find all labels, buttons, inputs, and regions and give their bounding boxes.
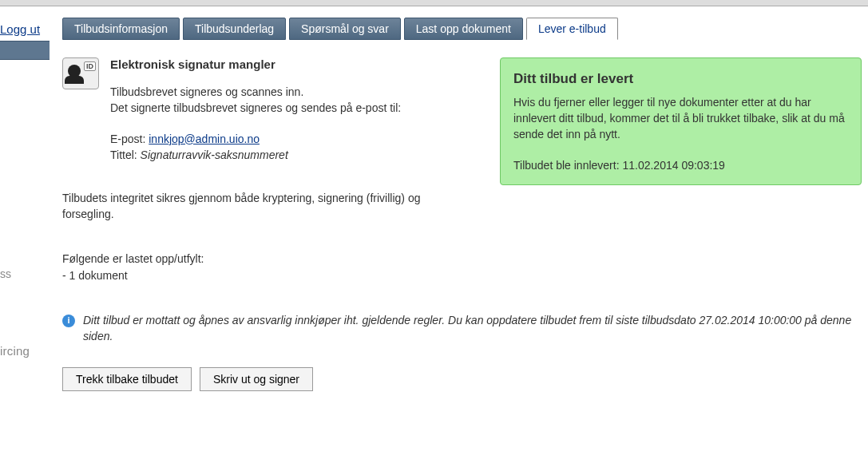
title-value: Signaturravvik-saksnummeret (141, 148, 288, 161)
uploaded-item: - 1 dokument (62, 267, 862, 283)
integrity-note: Tilbudets integritet sikres gjennom både… (62, 190, 430, 223)
email-label: E-post: (110, 133, 145, 145)
signature-instruction-2: Det signerte tilbudsbrevet signeres og s… (110, 100, 401, 116)
window-top-strip (0, 0, 868, 6)
sidebar-fragment-text-1: ss (0, 267, 50, 280)
info-note: Ditt tilbud er mottatt og åpnes av ansva… (83, 312, 862, 345)
status-timestamp: Tilbudet ble innlevert: 11.02.2014 09:03… (513, 157, 848, 173)
info-icon: i (62, 315, 75, 327)
tab-tilbudsunderlag[interactable]: Tilbudsunderlag (183, 18, 286, 40)
signature-heading: Elektronisk signatur mangler (110, 57, 401, 71)
title-label: Tittel: (110, 148, 141, 161)
sidebar-fragment-text-2: ircing (0, 344, 50, 358)
tab-last-opp-dokument[interactable]: Last opp dokument (404, 18, 523, 40)
status-body: Hvis du fjerner eller legger til nye dok… (513, 94, 848, 143)
left-sidebar: Logg ut ss ircing (0, 6, 50, 475)
tab-lever-e-tilbud[interactable]: Lever e-tilbud (526, 18, 618, 40)
id-badge-label: ID (84, 61, 96, 71)
uploaded-heading: Følgende er lastet opp/utfylt: (62, 251, 862, 267)
tab-bar: Tilbudsinformasjon Tilbudsunderlag Spørs… (62, 18, 862, 40)
tab-sporsmal-og-svar[interactable]: Spørsmål og svar (289, 18, 401, 40)
signature-instruction-1: Tilbudsbrevet signeres og scannes inn. (110, 84, 401, 100)
delivery-status-panel: Ditt tilbud er levert Hvis du fjerner el… (500, 57, 862, 185)
status-heading: Ditt tilbud er levert (513, 69, 848, 89)
id-card-icon: ID (62, 57, 99, 89)
sidebar-band-decoration (0, 41, 50, 60)
withdraw-offer-button[interactable]: Trekk tilbake tilbudet (62, 367, 192, 391)
print-and-sign-button[interactable]: Skriv ut og signer (200, 367, 313, 391)
email-link[interactable]: innkjop@admin.uio.no (149, 133, 260, 145)
tab-tilbudsinformasjon[interactable]: Tilbudsinformasjon (62, 18, 180, 40)
logout-link[interactable]: Logg ut (0, 21, 50, 38)
